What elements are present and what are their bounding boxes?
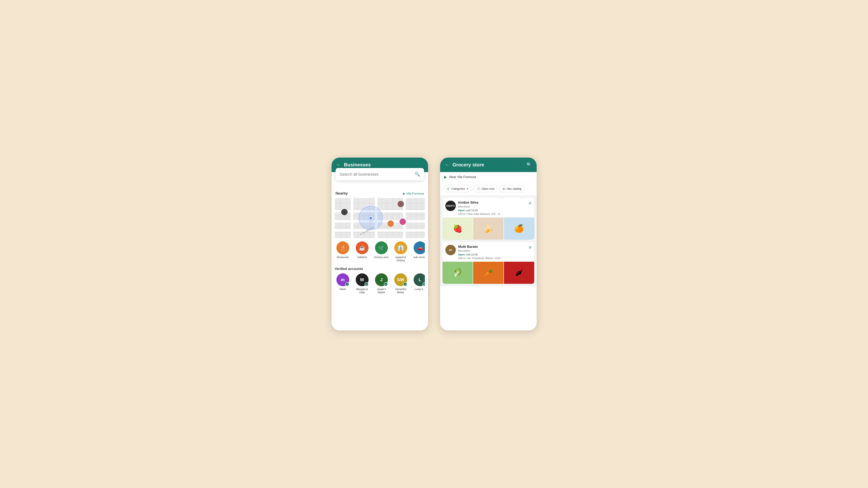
navigation-icon: ▶ [444, 175, 447, 179]
product-image-irmaos-silva-2: 🍊 [504, 218, 534, 239]
verified-item-samantha[interactable]: SW ✓ Samantha Weber [393, 273, 409, 294]
map-pin-2 [341, 208, 348, 216]
search-bar[interactable]: 🔍 [336, 168, 424, 181]
category-item-grocery[interactable]: 🛒 Grocery store [373, 241, 390, 262]
product-image-irmaos-silva-1: 🍌 [473, 218, 503, 239]
business-card-irmaos-silva[interactable]: ABERTO Irmãos Silva Mercearia Open until… [442, 198, 534, 239]
business-type-multi-barato: Mercearia [458, 249, 526, 252]
search-bar-container: 🔍 [336, 168, 424, 181]
category-icon-restaurant: 🍴 [336, 241, 349, 254]
map-user-location [369, 216, 373, 220]
verified-label-mangata: Mangata & Gallo [354, 288, 370, 294]
nearby-row: Nearby ▶ Vila Formosa [335, 191, 425, 196]
catalog-icon-multi-barato: ≡ [529, 245, 531, 250]
verified-label-lucky: Lucky S... [414, 288, 425, 291]
right-page-title: Grocery store [453, 162, 523, 168]
search-icon[interactable]: 🔍 [414, 172, 420, 177]
business-card-multi-barato[interactable]: MB Multi Barato Mercearia Open until 22:… [442, 242, 534, 284]
category-icon-auto: 🚗 [413, 241, 425, 254]
product-image-multi-barato-2: 🌶 [504, 262, 534, 284]
chip-label-open_now: Open now [482, 187, 494, 190]
business-hours-multi-barato: until 22:00 [466, 253, 478, 256]
filter-chip-has_catalog[interactable]: 🏷 Has catalog [499, 185, 525, 192]
verified-label-jaspers: Jasper's Market [373, 288, 390, 294]
filter-chip-categories[interactable]: 🛒 Categories ▼ [443, 185, 472, 192]
back-icon[interactable]: ← [336, 162, 341, 167]
filter-chip-open_now[interactable]: 🕐 Open now [473, 185, 497, 192]
verified-avatar-samantha: SW ✓ [394, 273, 407, 286]
verified-section-title: Verified accounts [335, 267, 425, 271]
business-name-irmaos-silva: Irmãos Silva [458, 201, 526, 205]
map-section: Nearby ▶ Vila Formosa Av. Ver. Abel Ferr… [332, 188, 428, 238]
right-back-icon[interactable]: ← [445, 162, 450, 167]
page-title: Businesses [344, 162, 423, 168]
business-card-header-irmaos-silva: ABERTO Irmãos Silva Mercearia Open until… [442, 198, 534, 218]
location-name: Vila Formosa [406, 192, 424, 195]
category-item-auto[interactable]: 🚗 Auto service [412, 241, 425, 262]
chip-label-has_catalog: Has catalog [507, 187, 522, 190]
location-bar[interactable]: ▶ Near Vila Formosa [440, 172, 537, 182]
business-info-multi-barato: Multi Barato Mercearia Open until 22:00 … [458, 245, 526, 260]
business-address-multi-barato: 200 m • Av. Presidente Wilson, 1120... [458, 257, 526, 260]
verified-section: Verified accounts m ✓ Markt M ✓ Mangata … [332, 265, 428, 297]
business-type-irmaos-silva: Mercearia [458, 205, 526, 208]
map-pin-3 [387, 220, 394, 227]
location-label[interactable]: ▶ Vila Formosa [403, 192, 424, 195]
verified-item-mangata[interactable]: M ✓ Mangata & Gallo [354, 273, 370, 294]
verified-badge-jaspers: ✓ [384, 282, 388, 286]
verified-row: m ✓ Markt M ✓ Mangata & Gallo J ✓ Jasper… [335, 273, 425, 294]
right-search-icon[interactable]: 🔍 [526, 162, 532, 167]
chip-arrow-categories: ▼ [466, 187, 468, 190]
location-icon: ▶ [403, 192, 405, 195]
right-phone-body: ▶ Near Vila Formosa 🛒 Categories ▼ 🕐 Ope… [440, 172, 537, 330]
business-card-header-multi-barato: MB Multi Barato Mercearia Open until 22:… [442, 242, 534, 262]
category-label-apparel: Apparel & clothing [393, 256, 409, 262]
business-status-irmaos-silva: Open [458, 209, 465, 212]
verified-avatar-lucky: L ✓ [413, 273, 425, 286]
categories-section: 🍴 Restaurant ☕ Cafeteria 🛒 Grocery store… [332, 238, 428, 265]
filter-chips: 🛒 Categories ▼ 🕐 Open now 🏷 Has catalog [440, 182, 537, 195]
product-image-multi-barato-1: 🥕 [473, 262, 503, 284]
nearby-label: Nearby [336, 191, 348, 196]
category-item-restaurant[interactable]: 🍴 Restaurant [335, 241, 351, 262]
product-image-multi-barato-0: 🥬 [442, 262, 473, 284]
catalog-icon-irmaos-silva: ≡ [529, 201, 531, 206]
verified-label-samantha: Samantha Weber [393, 288, 409, 294]
verified-badge-lucky: ✓ [423, 282, 425, 286]
business-status-multi-barato: Open [458, 253, 465, 256]
product-image-irmaos-silva-0: 🍓 [442, 218, 473, 239]
business-hours-irmaos-silva: until 22:00 [466, 209, 478, 212]
category-item-apparel[interactable]: 👔 Apparel & clothing [393, 241, 409, 262]
chip-label-categories: Categories [452, 187, 465, 190]
search-input[interactable] [340, 172, 412, 177]
left-phone-body: Nearby ▶ Vila Formosa Av. Ver. Abel Ferr… [332, 172, 428, 330]
business-list: ABERTO Irmãos Silva Mercearia Open until… [440, 195, 537, 286]
verified-avatar-markt: m ✓ [336, 273, 349, 286]
right-phone-header: ← Grocery store 🔍 [440, 158, 537, 172]
verified-badge-mangata: ✓ [365, 282, 369, 286]
verified-item-jaspers[interactable]: J ✓ Jasper's Market [373, 273, 390, 294]
category-item-cafeteria[interactable]: ☕ Cafeteria [354, 241, 370, 262]
verified-avatar-mangata: M ✓ [356, 273, 369, 286]
verified-avatar-jaspers: J ✓ [375, 273, 388, 286]
map-pin-1 [397, 200, 404, 207]
business-status-row-irmaos-silva: Open until 22:00 [458, 208, 526, 212]
verified-item-markt[interactable]: m ✓ Markt [335, 273, 351, 294]
left-phone: ← Businesses 🔍 Nearby ▶ Vila Formosa [332, 158, 428, 330]
category-label-auto: Auto service [413, 256, 425, 259]
categories-row: 🍴 Restaurant ☕ Cafeteria 🛒 Grocery store… [335, 241, 425, 262]
category-icon-apparel: 👔 [394, 241, 407, 254]
category-label-grocery: Grocery store [374, 256, 389, 259]
verified-item-lucky[interactable]: L ✓ Lucky S... [412, 273, 425, 294]
category-label-cafeteria: Cafeteria [357, 256, 367, 259]
chip-icon-open_now: 🕐 [476, 187, 480, 191]
category-icon-cafeteria: ☕ [356, 241, 369, 254]
business-avatar-irmaos-silva: ABERTO [445, 201, 456, 211]
location-text: Near Vila Formosa [450, 175, 476, 179]
map-street-vertical-1 [351, 198, 353, 238]
business-info-irmaos-silva: Irmãos Silva Mercearia Open until 22:00 … [458, 201, 526, 216]
verified-badge-samantha: ✓ [403, 282, 407, 286]
product-images-multi-barato: 🥬 🥕 🌶 [442, 262, 534, 284]
category-icon-grocery: 🛒 [375, 241, 388, 254]
business-address-irmaos-silva: 100 m • Rua João Santucci, 270 - Vi... [458, 213, 526, 216]
